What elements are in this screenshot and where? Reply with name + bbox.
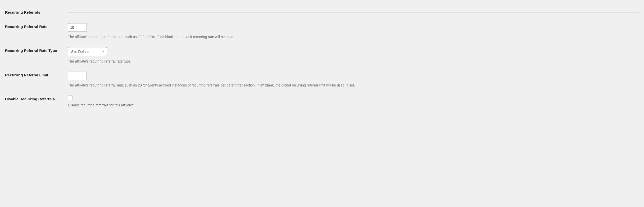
recurring-rate-label: Recurring Referral Rate — [5, 19, 68, 43]
recurring-rate-input[interactable] — [68, 23, 87, 32]
section-heading: Recurring Referrals — [5, 5, 68, 19]
recurring-rate-type-description: The affiliate's recurring referral rate … — [68, 59, 385, 64]
recurring-rate-type-label: Recurring Referral Rate Type — [5, 43, 68, 68]
recurring-limit-description: The affiliate's recurring referral limit… — [68, 83, 385, 88]
section-divider-cell — [68, 5, 639, 19]
section-divider — [68, 12, 639, 13]
recurring-rate-type-select[interactable]: Site Default — [68, 47, 107, 56]
recurring-rate-description: The affiliate's recurring referral rate,… — [68, 34, 385, 40]
disable-recurring-label: Disable Recurring Referrals — [5, 92, 68, 112]
recurring-limit-label: Recurring Referral Limit — [5, 68, 68, 92]
recurring-limit-input[interactable] — [68, 72, 87, 80]
disable-recurring-checkbox[interactable] — [68, 96, 72, 100]
disable-recurring-description: Disable recurring referrals for this aff… — [68, 103, 385, 108]
